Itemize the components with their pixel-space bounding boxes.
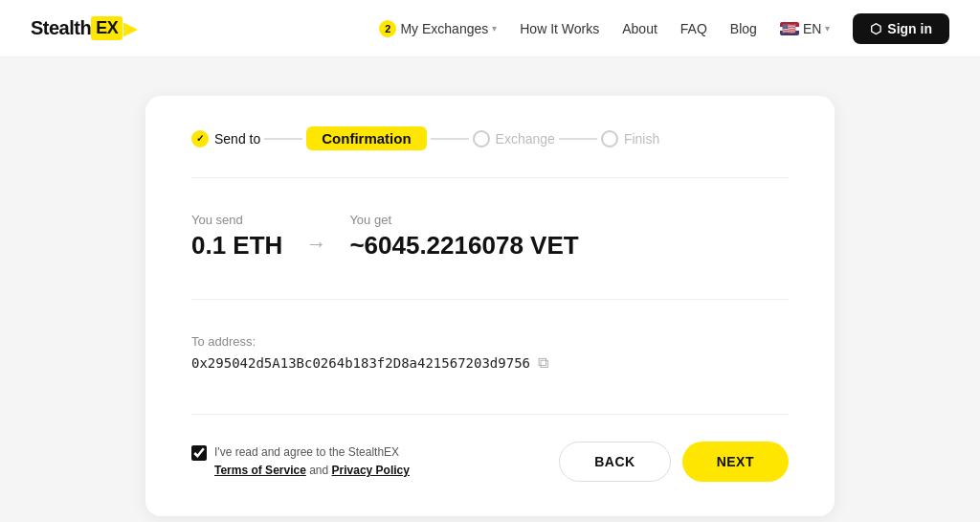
my-exchanges-label: My Exchanges [400,21,488,36]
footer-row: I've read and agree to the StealthEX Ter… [191,434,789,482]
how-it-works-link[interactable]: How It Works [520,21,599,36]
arrow-right-icon: → [305,232,326,257]
step-line-2 [431,138,469,140]
navbar: StealthEX▶ 2 My Exchanges ▾ How It Works… [0,0,980,57]
step2-label: Confirmation [306,126,426,150]
divider-2 [191,299,789,300]
nav-links: 2 My Exchanges ▾ How It Works About FAQ … [379,13,949,44]
privacy-policy-link[interactable]: Privacy Policy [332,464,410,477]
step-confirmation: Confirmation [306,126,426,150]
main-content: ✓ Send to Confirmation Exchange Finish Y… [0,57,980,522]
logo-arrow: ▶ [123,18,137,39]
my-exchanges-link[interactable]: 2 My Exchanges ▾ [379,20,497,37]
step-line-1 [264,138,302,140]
address-section: To address: 0x295042d5A13Bc0264b183f2D8a… [191,319,789,395]
get-col: You get ~6045.2216078 VET [349,213,578,261]
logo[interactable]: StealthEX▶ [31,16,137,40]
address-label: To address: [191,334,789,349]
divider-3 [191,414,789,415]
sign-in-button[interactable]: ⬡ Sign in [853,13,949,44]
step4-label: Finish [624,131,659,147]
step3-label: Exchange [496,131,555,147]
next-button[interactable]: NEXT [682,442,789,482]
language-selector[interactable]: 🇺🇸 EN ▾ [780,21,830,36]
send-label: You send [191,213,282,227]
step-send-to: ✓ Send to [191,130,260,148]
step3-dot [473,130,490,148]
lang-chevron-icon: ▾ [825,23,830,34]
terms-and: and [309,464,328,477]
step1-label: Send to [214,131,260,147]
exchanges-badge: 2 [379,20,396,37]
stepper: ✓ Send to Confirmation Exchange Finish [191,126,789,150]
terms-checkbox[interactable] [191,445,207,461]
logo-ex: EX [91,16,122,40]
blog-link[interactable]: Blog [730,21,757,36]
address-row: 0x295042d5A13Bc0264b183f2D8a421567203d97… [191,354,789,372]
faq-link[interactable]: FAQ [680,21,707,36]
exchange-summary: You send 0.1 ETH → You get ~6045.2216078… [191,197,789,280]
address-value: 0x295042d5A13Bc0264b183f2D8a421567203d97… [191,355,530,371]
send-amount: 0.1 ETH [191,231,282,261]
step1-dot: ✓ [191,130,209,148]
confirmation-card: ✓ Send to Confirmation Exchange Finish Y… [145,96,835,516]
step-exchange: Exchange [473,130,555,148]
back-button[interactable]: BACK [559,442,670,482]
send-col: You send 0.1 ETH [191,213,282,261]
divider-1 [191,177,789,178]
step4-dot [601,130,618,148]
lang-label: EN [803,21,821,36]
copy-icon[interactable]: ⧉ [538,354,548,372]
sign-in-icon: ⬡ [870,21,881,36]
sign-in-label: Sign in [887,21,932,36]
chevron-down-icon: ▾ [492,23,497,34]
terms-text: I've read and agree to the StealthEX Ter… [214,443,410,480]
step-finish: Finish [601,130,659,148]
terms-checkbox-group: I've read and agree to the StealthEX Ter… [191,443,410,480]
logo-stealth: Stealth [31,17,91,39]
terms-of-service-link[interactable]: Terms of Service [214,464,306,477]
flag-icon: 🇺🇸 [780,22,799,35]
get-amount: ~6045.2216078 VET [349,231,578,261]
terms-text1: I've read and agree to the StealthEX [214,445,399,459]
get-label: You get [349,213,578,227]
action-buttons: BACK NEXT [559,442,789,482]
step-line-3 [559,138,597,140]
about-link[interactable]: About [622,21,657,36]
